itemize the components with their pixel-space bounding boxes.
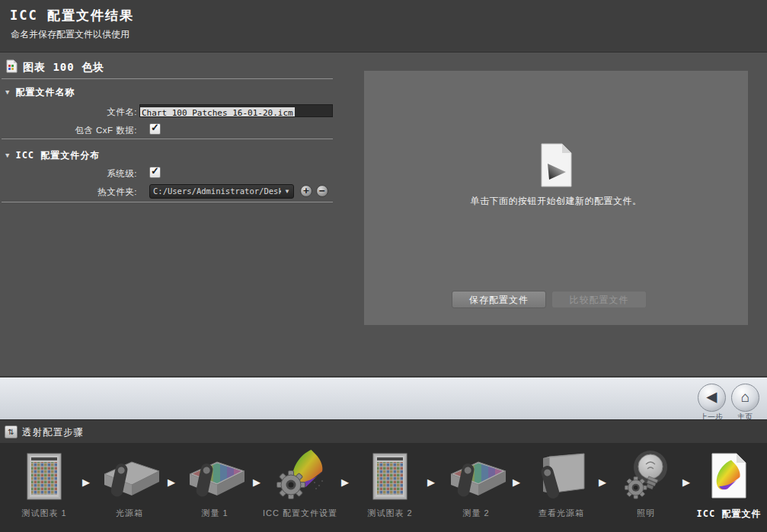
page-title: ICC 配置文件结果 [10,7,134,24]
new-profile-document-icon [538,143,574,187]
workflow-step-light-booth[interactable]: 光源箱 [84,446,175,519]
workflow-title: 透射配置步骤 [22,426,84,439]
collapse-triangle-icon: ▼ [5,151,10,159]
workflow-step-icc-profile[interactable]: ICC 配置文件 [687,446,767,521]
checkmark-icon: ✓ [151,122,159,133]
divider [2,202,333,202]
step-label: 测试图表 1 [0,508,90,519]
chevron-down-icon: ▼ [284,188,290,195]
step-label: 光源箱 [84,508,175,519]
lighting-icon [617,448,675,505]
system-level-label: 系统级: [0,168,137,180]
section-title: 图表 100 色块 [23,61,104,75]
include-cxf-label: 包含 CxF 数据: [0,125,137,136]
home-icon: ⌂ [732,384,759,410]
measure-icon [181,450,249,503]
step-label: ICC 配置文件 [687,508,767,521]
navigation-strip: ◀ ⌂ 上一步 主页 [0,376,767,419]
divider [2,139,333,139]
file-name-selected-text: Chart 100 Patches_16-01-20.icm [140,107,295,117]
profile-preview-panel: 单击下面的按钮开始创建新的配置文件。 保存配置文件 比较配置文件 [364,71,748,325]
save-profile-button[interactable]: 保存配置文件 [452,291,546,308]
back-arrow-icon: ◀ [698,384,725,410]
group-profile-name[interactable]: ▼配置文件名称 [5,86,75,99]
checkmark-icon: ✓ [151,165,159,177]
view-light-booth-icon [531,449,592,504]
workflow-toggle-icon[interactable]: ⇅ [5,425,18,438]
file-name-input[interactable]: Chart 100 Patches_16-01-20.icm [139,104,333,117]
workflow-step-lighting[interactable]: 照明 [600,446,692,519]
test-chart-icon [27,453,62,500]
group-profile-name-label: 配置文件名称 [15,87,75,97]
page-subtitle: 命名并保存配置文件以供使用 [11,28,129,41]
add-hot-folder-button[interactable]: + [300,185,312,197]
chart-doc-icon [5,59,18,73]
workflow-step-measure-1[interactable]: 测量 1 [169,446,260,519]
preview-instruction: 单击下面的按钮开始创建新的配置文件。 [364,195,748,208]
workflow-step-icc-profile-settings[interactable]: ICC 配置文件设置 [254,446,346,519]
measure-icon [442,450,510,503]
back-button[interactable]: ◀ [698,384,726,412]
light-booth-icon [95,450,164,503]
workflow-step-test-chart-1[interactable]: 测试图表 1 [0,446,90,519]
collapse-triangle-icon: ▼ [5,88,10,96]
profile-settings-icon [271,448,329,505]
hot-folder-dropdown[interactable]: C:/Users/Administrator/Desk ▼ [149,184,294,199]
remove-hot-folder-button[interactable]: − [316,185,328,197]
workflow-step-measure-2[interactable]: 测量 2 [430,446,522,519]
system-level-checkbox[interactable]: ✓ [149,167,161,178]
test-chart-icon [372,453,407,500]
divider [2,78,333,79]
group-icc-distribution[interactable]: ▼ICC 配置文件分布 [5,149,100,162]
hot-folder-label: 热文件夹: [0,186,137,198]
hot-folder-value: C:/Users/Administrator/Desk [153,186,281,196]
file-name-label: 文件名: [0,107,137,118]
workflow-step-test-chart-2[interactable]: 测试图表 2 [344,446,436,519]
workflow-header: ⇅ 透射配置步骤 [0,419,767,443]
step-label: ICC 配置文件设置 [254,508,346,519]
compare-profile-button[interactable]: 比较配置文件 [551,291,647,308]
home-button[interactable]: ⌂ [731,384,759,412]
page-header: ICC 配置文件结果 命名并保存配置文件以供使用 [0,0,767,53]
workflow-step-view-light-booth[interactable]: 查看光源箱 [516,446,607,519]
step-label: 测量 2 [430,508,522,519]
icc-profile-icon [710,453,748,500]
step-label: 测量 1 [169,508,260,519]
step-label: 照明 [600,508,692,519]
include-cxf-checkbox[interactable]: ✓ [149,123,161,135]
group-icc-distribution-label: ICC 配置文件分布 [15,150,100,161]
step-label: 查看光源箱 [516,508,607,519]
workflow-steps-strip: 测试图表 1 ▶ 光源箱 ▶ 测量 1 ▶ ICC 配置文件设置 ▶ 测试图表 … [0,443,767,532]
step-label: 测试图表 2 [344,508,436,519]
